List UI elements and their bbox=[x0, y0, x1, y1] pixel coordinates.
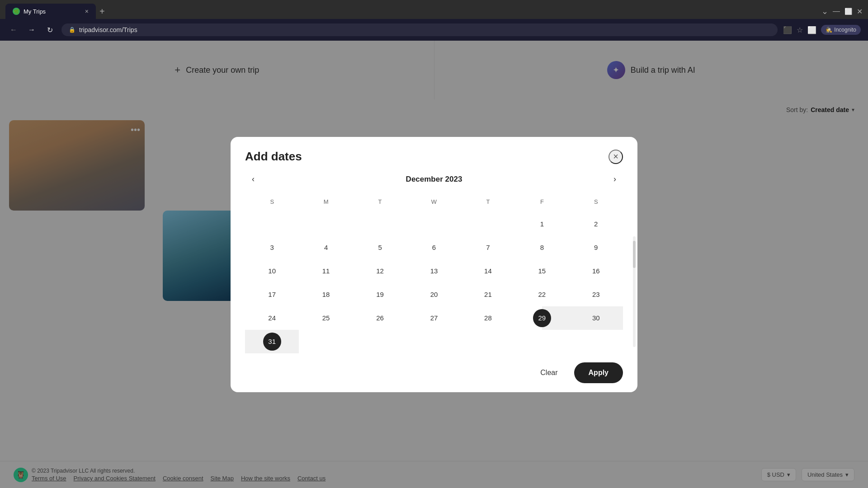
minimize-button[interactable]: — bbox=[833, 7, 840, 15]
calendar-month-title: December 2023 bbox=[406, 175, 462, 184]
cal-day bbox=[461, 212, 515, 236]
next-month-button[interactable]: › bbox=[607, 171, 623, 188]
cal-day[interactable]: 17 bbox=[245, 283, 299, 306]
active-tab[interactable]: 🌿 My Trips × bbox=[5, 4, 96, 19]
cal-day[interactable]: 1 bbox=[515, 212, 569, 236]
day-label-t1: T bbox=[353, 195, 407, 209]
cal-day[interactable]: 14 bbox=[461, 259, 515, 283]
address-bar[interactable]: 🔒 tripadvisor.com/Trips bbox=[61, 23, 778, 36]
modal-scrollbar[interactable] bbox=[633, 236, 636, 347]
cal-day[interactable]: 10 bbox=[245, 259, 299, 283]
day-label-m: M bbox=[299, 195, 353, 209]
tab-title: My Trips bbox=[24, 8, 46, 15]
refresh-button[interactable]: ↻ bbox=[43, 23, 56, 36]
bookmark-icon[interactable]: ☆ bbox=[797, 26, 803, 34]
modal-overlay[interactable]: Add dates × ‹ December 2023 › S M T W T bbox=[0, 41, 868, 488]
cal-day[interactable]: 4 bbox=[299, 236, 353, 259]
maximize-button[interactable]: ⬜ bbox=[844, 8, 852, 15]
cal-day bbox=[407, 330, 461, 353]
calendar-nav: ‹ December 2023 › bbox=[245, 171, 623, 188]
forward-button[interactable]: → bbox=[25, 23, 38, 36]
day-label-f: F bbox=[515, 195, 569, 209]
cal-day[interactable]: 30 bbox=[569, 306, 623, 330]
lock-icon: 🔒 bbox=[69, 27, 75, 33]
cal-day[interactable]: 26 bbox=[353, 306, 407, 330]
cal-day[interactable]: 27 bbox=[407, 306, 461, 330]
cal-day[interactable]: 24 bbox=[245, 306, 299, 330]
day-label-w: W bbox=[407, 195, 461, 209]
clear-button[interactable]: Clear bbox=[531, 363, 566, 382]
page-content: + Create your own trip ✦ Build a trip wi… bbox=[0, 41, 868, 488]
cal-day bbox=[569, 330, 623, 353]
cal-day bbox=[407, 212, 461, 236]
browser-chrome: 🌿 My Trips × + ⌄ — ⬜ ✕ ← → ↻ 🔒 tripadvis… bbox=[0, 0, 868, 41]
cal-day bbox=[299, 212, 353, 236]
cal-day[interactable]: 31 bbox=[245, 330, 299, 353]
tab-close-button[interactable]: × bbox=[85, 8, 89, 15]
calendar-container: ‹ December 2023 › S M T W T F S 12 bbox=[231, 171, 637, 353]
modal-scrollbar-thumb bbox=[633, 241, 636, 268]
cal-day bbox=[245, 212, 299, 236]
back-button[interactable]: ← bbox=[7, 23, 20, 36]
cal-day[interactable]: 6 bbox=[407, 236, 461, 259]
cal-day[interactable]: 21 bbox=[461, 283, 515, 306]
modal-title: Add dates bbox=[245, 150, 302, 164]
cal-day[interactable]: 23 bbox=[569, 283, 623, 306]
modal-header: Add dates × bbox=[231, 137, 637, 171]
cal-day[interactable]: 16 bbox=[569, 259, 623, 283]
cal-day[interactable]: 9 bbox=[569, 236, 623, 259]
incognito-badge: 🕵 Incognito bbox=[821, 25, 861, 35]
cal-day[interactable]: 3 bbox=[245, 236, 299, 259]
cal-day[interactable]: 15 bbox=[515, 259, 569, 283]
cal-day[interactable]: 28 bbox=[461, 306, 515, 330]
prev-month-button[interactable]: ‹ bbox=[245, 171, 261, 188]
new-tab-button[interactable]: + bbox=[99, 6, 105, 17]
close-window-button[interactable]: ✕ bbox=[857, 7, 863, 16]
cast-icon[interactable]: ⬛ bbox=[783, 26, 792, 34]
cal-day bbox=[353, 212, 407, 236]
tab-favicon: 🌿 bbox=[13, 8, 20, 15]
nav-bar: ← → ↻ 🔒 tripadvisor.com/Trips ⬛ ☆ ⬜ 🕵 In… bbox=[0, 19, 868, 41]
add-dates-modal: Add dates × ‹ December 2023 › S M T W T bbox=[231, 137, 637, 392]
cal-day[interactable]: 12 bbox=[353, 259, 407, 283]
cal-day[interactable]: 13 bbox=[407, 259, 461, 283]
calendar-grid: S M T W T F S 12345678910111213141516171… bbox=[245, 195, 623, 353]
cal-day[interactable]: 11 bbox=[299, 259, 353, 283]
modal-close-button[interactable]: × bbox=[609, 150, 623, 164]
calendar-body: 1234567891011121314151617181920212223242… bbox=[245, 212, 623, 353]
cal-day[interactable]: 8 bbox=[515, 236, 569, 259]
cal-day bbox=[353, 330, 407, 353]
cal-day[interactable]: 2 bbox=[569, 212, 623, 236]
incognito-icon: 🕵 bbox=[826, 27, 832, 33]
address-text: tripadvisor.com/Trips bbox=[79, 26, 137, 33]
day-label-s2: S bbox=[569, 195, 623, 209]
cal-day bbox=[515, 330, 569, 353]
cal-day[interactable]: 7 bbox=[461, 236, 515, 259]
cal-day[interactable]: 22 bbox=[515, 283, 569, 306]
cal-day[interactable]: 25 bbox=[299, 306, 353, 330]
day-label-t2: T bbox=[461, 195, 515, 209]
cal-day[interactable]: 20 bbox=[407, 283, 461, 306]
cal-day bbox=[461, 330, 515, 353]
modal-footer: Clear Apply bbox=[231, 353, 637, 392]
sidebar-icon[interactable]: ⬜ bbox=[807, 26, 816, 34]
cal-day[interactable]: 5 bbox=[353, 236, 407, 259]
tab-bar: 🌿 My Trips × + ⌄ — ⬜ ✕ bbox=[0, 0, 868, 19]
calendar-header: S M T W T F S bbox=[245, 195, 623, 209]
day-label-s1: S bbox=[245, 195, 299, 209]
cal-day bbox=[299, 330, 353, 353]
cal-day[interactable]: 18 bbox=[299, 283, 353, 306]
nav-actions: ⬛ ☆ ⬜ 🕵 Incognito bbox=[783, 25, 861, 35]
tab-list-button[interactable]: ⌄ bbox=[821, 6, 828, 16]
incognito-label: Incognito bbox=[834, 27, 856, 33]
cal-day[interactable]: 29 bbox=[515, 306, 569, 330]
apply-button[interactable]: Apply bbox=[574, 362, 623, 383]
cal-day[interactable]: 19 bbox=[353, 283, 407, 306]
